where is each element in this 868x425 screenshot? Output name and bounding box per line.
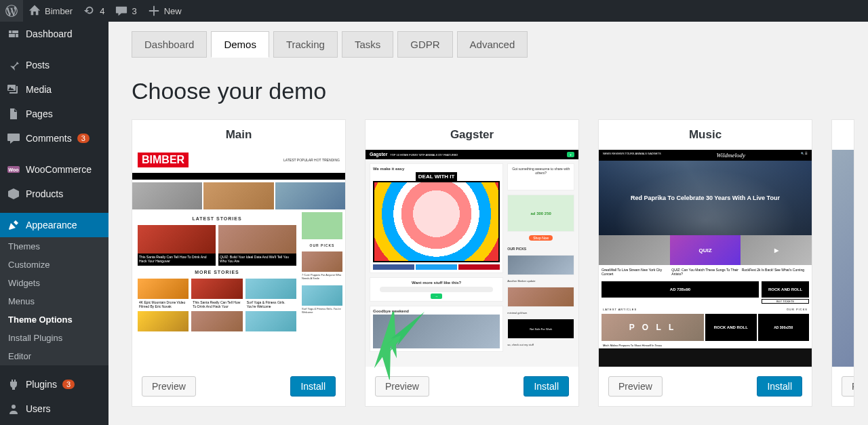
thumb-logo: Wildmelody [717, 152, 746, 159]
thumb-logo: Gagster [370, 152, 387, 157]
menu-dashboard[interactable]: Dashboard [0, 22, 108, 46]
new-content-link[interactable]: New [142, 0, 187, 22]
thumb-section: MORE STORIES [135, 270, 299, 275]
thumb-caption: Another Bimber update [507, 279, 574, 283]
preview-button[interactable]: Preview [142, 376, 196, 397]
appearance-submenu: Themes Customize Widgets Menus Theme Opt… [0, 237, 108, 365]
demo-card-next: P [831, 119, 854, 407]
demo-thumbnail: BIMBER LATEST POPULAR HOT TRENDING LATES… [132, 150, 345, 367]
plugins-icon [7, 378, 20, 391]
sub-menus[interactable]: Menus [0, 292, 108, 310]
thumb-caption: 7 Cute Puppies For Anyone Who Needs A Sm… [302, 273, 342, 283]
sub-install-plugins[interactable]: Install Plugins [0, 329, 108, 347]
pages-icon [7, 107, 20, 121]
thumb-caption: P O L L [601, 314, 704, 341]
wp-logo[interactable] [0, 0, 23, 22]
thumb-nav: LATEST POPULAR HOT TRENDING [283, 158, 340, 162]
thumb-caption: ROCK AND ROLL [762, 281, 809, 298]
page-title: Choose your demo [108, 58, 868, 119]
comment-icon [7, 131, 20, 145]
tab-demos[interactable]: Demos [211, 31, 269, 58]
menu-woocommerce[interactable]: Woo WooCommerce [0, 157, 108, 182]
woocommerce-icon: Woo [7, 163, 20, 176]
install-button[interactable]: Install [524, 376, 569, 397]
sub-theme-options[interactable]: Theme Options [0, 310, 108, 329]
thumb-caption: Surf Yoga & Fitness Girls. You're Welcom… [245, 299, 296, 308]
site-link[interactable]: Bimber [23, 0, 78, 22]
install-button[interactable]: Install [757, 376, 802, 397]
comments-link[interactable]: 3 [110, 0, 142, 22]
install-button[interactable]: Install [290, 376, 336, 397]
demo-thumbnail [832, 150, 854, 367]
updates-link[interactable]: 4 [78, 0, 110, 22]
demo-actions: P [832, 367, 854, 406]
svg-point-2 [12, 405, 16, 409]
menu-users[interactable]: Users [0, 397, 108, 421]
new-label: New [164, 6, 182, 16]
thumb-section: OUR PICKS [787, 308, 808, 311]
preview-button[interactable]: Preview [608, 376, 663, 397]
update-icon [83, 5, 96, 17]
thumb-caption: QUIZ: Build Your Ideal Date And We'll Te… [218, 254, 296, 266]
demo-card-main: Main BIMBER LATEST POPULAR HOT TRENDING … [132, 119, 346, 407]
sub-widgets[interactable]: Widgets [0, 274, 108, 292]
home-icon [28, 5, 41, 17]
thumb-caption: so, check out my stuff [507, 343, 574, 346]
thumb-caption: 4K Epic Mountain Drone Video Filmed By E… [138, 299, 189, 308]
thumb-section: LATEST ARTICLES [603, 308, 637, 311]
menu-label: Posts [26, 60, 50, 70]
wordpress-icon [5, 5, 18, 17]
thumb-caption: Mitch Molino Prepares To Shoot Himself I… [599, 342, 812, 348]
sub-themes[interactable]: Themes [0, 237, 108, 256]
tab-tasks[interactable]: Tasks [342, 31, 393, 58]
menu-products[interactable]: Products [0, 182, 108, 206]
thumb-caption: AD 728x90 [601, 281, 759, 298]
menu-label: Appearance [26, 220, 77, 230]
thumb-caption: Got something awesome to share with othe… [507, 163, 574, 190]
thumb-caption: AD 300x250 [758, 314, 810, 341]
thumb-caption: minimal gckham [507, 311, 574, 315]
preview-button[interactable]: Preview [375, 376, 429, 397]
menu-comments[interactable]: Comments 3 [0, 126, 108, 150]
tab-dashboard[interactable]: Dashboard [132, 31, 207, 58]
demo-grid: Main BIMBER LATEST POPULAR HOT TRENDING … [108, 119, 868, 407]
thumb-caption: ad 300 250 [507, 195, 574, 232]
menu-plugins[interactable]: Plugins 3 [0, 372, 108, 397]
thumb-section: LATEST STORIES [135, 216, 299, 221]
theme-options-tabs: Dashboard Demos Tracking Tasks GDPR Adva… [108, 22, 868, 58]
menu-pages[interactable]: Pages [0, 102, 108, 126]
demo-card-gagster: Gagster Gagster TOP 10 HOME FUNNY WTF AN… [365, 119, 579, 407]
thumb-caption: This Santa Really Can Tell How To Drink … [191, 299, 242, 308]
sub-editor[interactable]: Editor [0, 347, 108, 365]
demo-actions: Preview Install [132, 367, 345, 406]
thumb-nav: NEWS REVIEWS TOURS ANIMALS GADGETS [603, 152, 661, 159]
tab-tracking[interactable]: Tracking [273, 31, 338, 58]
site-name: Bimber [45, 6, 73, 16]
thumb-caption: Surf Yoga & Fitness Girls. You're Welcom… [302, 307, 342, 317]
media-icon [7, 83, 20, 96]
admin-sidebar: Dashboard Posts Media Pages Comments 3 W… [0, 22, 108, 425]
users-icon [7, 402, 20, 416]
thumb-caption: QUIZ [670, 235, 741, 265]
thumb-section: OUR PICKS [507, 247, 574, 251]
menu-appearance[interactable]: Appearance [0, 213, 108, 237]
menu-media[interactable]: Media [0, 77, 108, 102]
demo-card-music: Music NEWS REVIEWS TOURS ANIMALS GADGETS… [598, 119, 812, 407]
products-icon [7, 187, 20, 201]
svg-text:Woo: Woo [8, 167, 18, 172]
updates-count: 4 [100, 6, 104, 16]
tab-advanced[interactable]: Advanced [457, 31, 528, 58]
tab-gdpr[interactable]: GDPR [397, 31, 452, 58]
sub-customize[interactable]: Customize [0, 256, 108, 274]
thumb-section: OUR PICKS [302, 243, 342, 247]
thumb-logo: BIMBER [138, 153, 189, 167]
demo-actions: Preview Install [599, 367, 812, 406]
main-content: Dashboard Demos Tracking Tasks GDPR Adva… [108, 22, 868, 425]
menu-posts[interactable]: Posts [0, 53, 108, 77]
plus-icon [148, 5, 160, 17]
comments-badge: 3 [77, 134, 90, 143]
thumb-caption: GreatWall To Live Stream New York City C… [601, 268, 669, 276]
menu-label: Comments [26, 133, 72, 144]
dashboard-icon [7, 27, 20, 41]
preview-button[interactable]: P [842, 376, 854, 397]
